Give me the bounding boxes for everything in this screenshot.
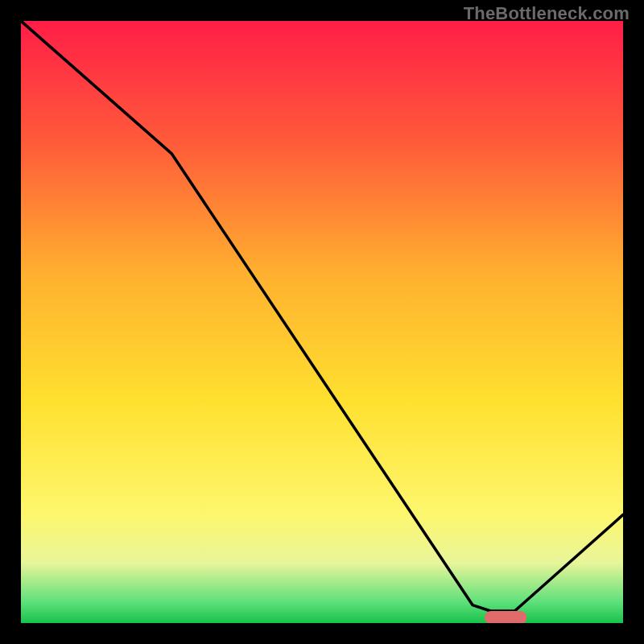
plot-area [21, 21, 623, 623]
gradient-background [21, 21, 623, 623]
optimal-range-marker [485, 611, 526, 623]
plot-svg [21, 21, 623, 623]
watermark-text: TheBottleneck.com [464, 3, 630, 24]
bottleneck-chart: TheBottleneck.com [0, 0, 644, 644]
